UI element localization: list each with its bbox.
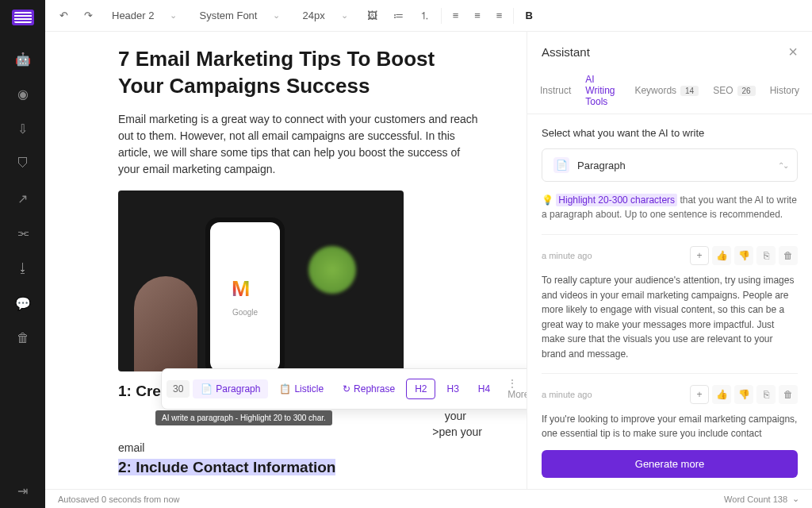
- ai-inline-toolbar: 30 📄 Paragraph 📋 Listicle ↻ Rephrase H2 …: [161, 368, 527, 410]
- heading-2[interactable]: 2: Include Contact Information: [118, 459, 482, 476]
- hero-image[interactable]: Google: [118, 190, 404, 371]
- external-link-icon[interactable]: ↗: [15, 190, 31, 206]
- ai-rephrase-button[interactable]: ↻ Rephrase: [335, 379, 403, 398]
- tab-keywords[interactable]: Keywords14: [634, 67, 699, 114]
- char-count-badge: 30: [167, 380, 190, 398]
- align-right-button[interactable]: ≡: [492, 6, 508, 25]
- thumbs-down-button[interactable]: 👎: [734, 385, 753, 404]
- ai-type-select[interactable]: 📄 Paragraph: [542, 148, 798, 182]
- autosave-status: Autosaved 0 seconds from now: [58, 495, 179, 504]
- ai-h2-button[interactable]: H2: [406, 379, 435, 399]
- download-icon[interactable]: ⭳: [15, 260, 31, 276]
- editor-toolbar: ↶ ↷ Header 2 System Font 24px 🖼 ≔ ⒈ ≡ ≡ …: [45, 0, 812, 32]
- app-logo: [12, 10, 34, 25]
- app-sidebar: 🤖 ◉ ⇩ ⛉ ↗ ⫘ ⭳ 💬 🗑 ⇥: [0, 0, 45, 508]
- suggestion-text: To really capture your audience's attent…: [542, 273, 798, 362]
- align-center-button[interactable]: ≡: [469, 6, 485, 25]
- main-area: ↶ ↷ Header 2 System Font 24px 🖼 ≔ ⒈ ≡ ≡ …: [45, 0, 812, 508]
- status-bar: Autosaved 0 seconds from now Word Count …: [45, 489, 812, 508]
- tab-seo[interactable]: SEO26: [713, 67, 755, 114]
- ai-tooltip: AI write a paragraph - Highlight 20 to 3…: [155, 410, 332, 425]
- thumbs-up-button[interactable]: 👍: [712, 246, 731, 265]
- generate-more-button[interactable]: Generate more: [542, 450, 798, 478]
- import-icon[interactable]: ⇩: [15, 121, 31, 137]
- copy-button[interactable]: ⎘: [756, 246, 776, 265]
- ai-listicle-button[interactable]: 📋 Listicle: [271, 379, 331, 398]
- ai-h4-button[interactable]: H4: [470, 379, 498, 398]
- share-icon[interactable]: ⫘: [15, 225, 31, 241]
- chat-icon[interactable]: 💬: [15, 295, 31, 311]
- redo-button[interactable]: ↷: [79, 6, 98, 25]
- tab-history[interactable]: History: [770, 67, 799, 114]
- undo-button[interactable]: ↶: [55, 6, 73, 25]
- heading-select[interactable]: Header 2: [104, 6, 185, 25]
- bullet-list-button[interactable]: ≔: [389, 6, 408, 25]
- size-select[interactable]: 24px: [294, 6, 355, 25]
- ai-more-button[interactable]: ⋮ More: [501, 374, 527, 404]
- suggestion-item: a minute ago+👍👎⎘🗑To really capture your …: [542, 234, 798, 373]
- article-intro[interactable]: Email marketing is a great way to connec…: [118, 111, 482, 178]
- suggestion-text: If you're looking to improve your email …: [542, 412, 798, 442]
- number-list-button[interactable]: ⒈: [415, 6, 435, 26]
- heading-3[interactable]: 3: Use Images And Videos: [118, 487, 482, 489]
- document-editor[interactable]: 7 Email Marketing Tips To Boost Your Cam…: [45, 32, 527, 489]
- font-select[interactable]: System Font: [191, 6, 288, 25]
- trash-icon[interactable]: 🗑: [15, 330, 31, 346]
- delete-button[interactable]: 🗑: [779, 246, 798, 265]
- bold-button[interactable]: B: [520, 6, 537, 25]
- image-button[interactable]: 🖼: [362, 6, 382, 25]
- ai-hint: 💡 Highlight 20-300 characters that you w…: [542, 193, 798, 221]
- chevron-down-icon[interactable]: ⌄: [792, 494, 799, 504]
- suggestion-time: a minute ago: [542, 251, 592, 260]
- insert-button[interactable]: +: [690, 385, 709, 404]
- align-left-button[interactable]: ≡: [448, 6, 464, 25]
- copy-button[interactable]: ⎘: [756, 385, 776, 404]
- thumbs-down-button[interactable]: 👎: [734, 246, 753, 265]
- assistant-title: Assistant: [542, 45, 590, 59]
- suggestion-time: a minute ago: [542, 390, 592, 399]
- insert-button[interactable]: +: [690, 246, 709, 265]
- shield-icon[interactable]: ⛉: [15, 156, 31, 171]
- close-assistant-button[interactable]: ×: [788, 43, 798, 61]
- eye-icon[interactable]: ◉: [15, 86, 31, 102]
- ai-h3-button[interactable]: H3: [439, 379, 466, 398]
- article-title[interactable]: 7 Email Marketing Tips To Boost Your Cam…: [118, 46, 482, 100]
- robot-icon[interactable]: 🤖: [15, 51, 31, 67]
- delete-button[interactable]: 🗑: [779, 385, 798, 404]
- ai-select-label: Select what you want the AI to write: [542, 127, 798, 139]
- assistant-panel: Assistant × Instruct AI Writing Tools Ke…: [527, 32, 812, 489]
- word-count: Word Count 138: [724, 495, 787, 504]
- tab-ai-writing[interactable]: AI Writing Tools: [585, 67, 620, 114]
- assistant-tabs: Instruct AI Writing Tools Keywords14 SEO…: [527, 67, 812, 114]
- login-icon[interactable]: ⇥: [15, 483, 31, 498]
- tab-instruct[interactable]: Instruct: [540, 67, 571, 114]
- ai-paragraph-button[interactable]: 📄 Paragraph: [193, 379, 268, 398]
- suggestion-item: a minute ago+👍👎⎘🗑If you're looking to im…: [542, 373, 798, 442]
- paragraph-icon: 📄: [553, 157, 569, 173]
- thumbs-up-button[interactable]: 👍: [712, 385, 731, 404]
